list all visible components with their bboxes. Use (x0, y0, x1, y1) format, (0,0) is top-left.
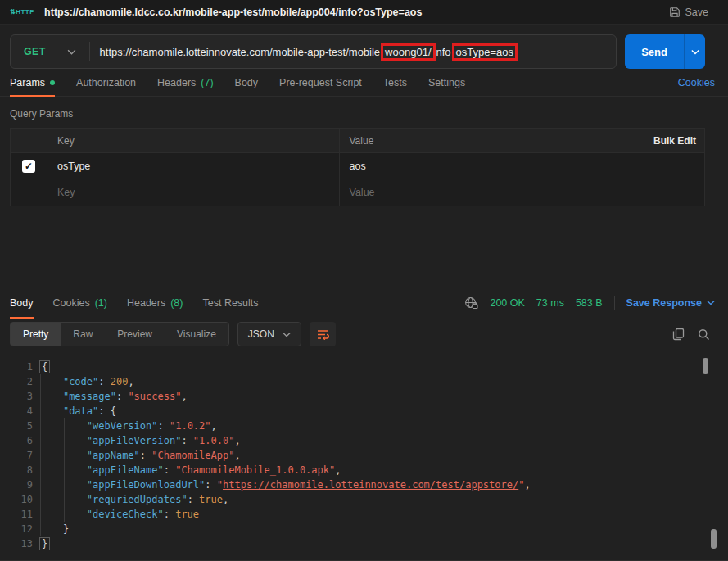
key-column-header: Key (47, 129, 339, 152)
code-line: 13} (10, 536, 728, 551)
annotation-box-1: woong01/ (381, 43, 435, 61)
response-tab-list: BodyCookies(1)Headers(8)Test Results (10, 287, 259, 318)
tab-headers[interactable]: Headers(7) (157, 69, 214, 96)
view-preview[interactable]: Preview (105, 323, 165, 346)
url-input[interactable]: https://chamomile.lotteinnovate.com/mobi… (90, 43, 528, 61)
tab-settings[interactable]: Settings (428, 69, 465, 96)
response-meta: 200 OK 73 ms 583 B Save Response (464, 296, 715, 310)
line-number: 12 (10, 522, 33, 536)
line-number: 3 (10, 389, 33, 404)
chevron-down-icon (707, 300, 715, 305)
checkbox-column-header (11, 129, 47, 152)
search-icon[interactable] (698, 328, 710, 341)
wrap-text-icon (316, 328, 329, 340)
indent-guide (64, 418, 65, 522)
tab-pre-request-script[interactable]: Pre-request Script (279, 69, 362, 96)
divider (614, 296, 615, 310)
code-lines: 1{2 "code": 200,3 "message": "success",4… (10, 360, 728, 551)
request-builder: GET https://chamomile.lotteinnovate.com/… (0, 25, 728, 69)
scrollbar-thumb[interactable] (703, 358, 708, 374)
url-bar: GET https://chamomile.lotteinnovate.com/… (10, 34, 617, 69)
copy-icon[interactable] (672, 328, 685, 341)
key-input-placeholder[interactable]: Key (47, 179, 339, 206)
window-topbar: ⇅HTTP https://chamomile.ldcc.co.kr/mobil… (0, 0, 728, 25)
send-button[interactable]: Send (625, 34, 684, 69)
code-line: 10 "requriedUpdates": true, (10, 492, 728, 507)
indent-guide (40, 374, 41, 536)
tab-tests[interactable]: Tests (383, 69, 407, 96)
param-key-cell[interactable]: osType (47, 153, 339, 179)
code-line: 2 "code": 200, (10, 374, 728, 389)
request-tab-list: ParamsAuthorizationHeaders(7)BodyPre-req… (10, 69, 465, 96)
line-number: 10 (10, 492, 33, 507)
line-number: 8 (10, 463, 33, 477)
view-raw[interactable]: Raw (61, 323, 105, 346)
chevron-down-icon (283, 332, 291, 337)
value-input-placeholder[interactable]: Value (339, 179, 631, 206)
line-number: 6 (10, 433, 33, 448)
code-line: 8 "appFileName": "ChamomileMobile_1.0.0.… (10, 463, 728, 477)
query-params-section: Query Params Key Value Bulk Edit ✓osType… (0, 97, 728, 206)
annotation-box-2: osType=aos (452, 43, 518, 61)
param-checkbox[interactable]: ✓ (22, 160, 35, 173)
line-number: 5 (10, 418, 33, 433)
status-badge: 200 OK (490, 297, 524, 309)
code-line: 12 } (10, 522, 728, 536)
tab-body[interactable]: Body (235, 69, 259, 96)
line-number: 1 (10, 360, 33, 374)
viewer-actions (672, 328, 710, 341)
response-tab-cookies[interactable]: Cookies(1) (53, 287, 107, 318)
cookies-link[interactable]: Cookies (678, 77, 715, 88)
unsaved-dot (50, 80, 55, 85)
chevron-down-icon (691, 49, 699, 55)
tab-params[interactable]: Params (10, 69, 55, 96)
format-label: JSON (248, 328, 274, 340)
line-number: 4 (10, 404, 33, 418)
value-column-header: Value (339, 129, 631, 152)
table-header-row: Key Value Bulk Edit (11, 129, 704, 153)
view-pretty[interactable]: Pretty (11, 323, 61, 346)
format-select[interactable]: JSON (237, 322, 301, 346)
response-tabs: BodyCookies(1)Headers(8)Test Results 200… (0, 287, 728, 319)
network-globe-lock-icon[interactable] (464, 296, 478, 310)
query-params-table: Key Value Bulk Edit ✓osTypeaos Key Value (10, 128, 705, 206)
query-params-title: Query Params (10, 108, 705, 120)
line-number: 7 (10, 448, 33, 463)
page-scrollbar-thumb[interactable] (711, 529, 717, 549)
save-response-button[interactable]: Save Response (626, 297, 715, 309)
floppy-disk-icon (669, 7, 681, 18)
method-select[interactable]: GET (11, 46, 89, 57)
new-param-row: Key Value (11, 179, 704, 206)
tab-authorization[interactable]: Authorization (76, 69, 136, 96)
send-options-button[interactable] (684, 34, 705, 69)
method-label: GET (24, 46, 46, 57)
request-title-url: https://chamomile.ldcc.co.kr/mobile-app-… (44, 7, 422, 18)
scrollbar-track (717, 353, 717, 560)
response-tab-test-results[interactable]: Test Results (202, 287, 258, 318)
code-line: 6 "appFileVersion": "1.0.0", (10, 433, 728, 448)
line-number: 13 (10, 536, 33, 551)
bulk-edit-button[interactable]: Bulk Edit (631, 129, 704, 152)
param-value-cell[interactable]: aos (339, 153, 631, 179)
line-number: 9 (10, 477, 33, 492)
code-line: 9 "appFileDownloadUrl": "https://chamomi… (10, 477, 728, 492)
response-time: 73 ms (536, 297, 564, 309)
wrap-text-button[interactable] (310, 322, 336, 346)
code-line: 11 "deviceCheck": true (10, 507, 728, 522)
response-size: 583 B (576, 297, 603, 309)
param-row: ✓osTypeaos (11, 153, 704, 179)
response-tab-body[interactable]: Body (10, 287, 34, 318)
code-line: 4 "data": { (10, 404, 728, 418)
url-prefix: https://chamomile.lotteinnovate.com/mobi… (100, 46, 381, 58)
chevron-down-icon (67, 49, 76, 55)
line-number: 2 (10, 374, 33, 389)
request-tabs: ParamsAuthorizationHeaders(7)BodyPre-req… (0, 69, 728, 97)
code-line: 7 "appName": "ChamomileApp", (10, 448, 728, 463)
save-button[interactable]: Save (669, 7, 709, 18)
view-visualize[interactable]: Visualize (165, 323, 228, 346)
response-viewer-toolbar: PrettyRawPreviewVisualize JSON (0, 319, 728, 353)
response-section: BodyCookies(1)Headers(8)Test Results 200… (0, 287, 728, 561)
send-split-button: Send (625, 34, 705, 69)
url-mid: nfo (436, 46, 451, 58)
response-tab-headers[interactable]: Headers(8) (127, 287, 183, 318)
